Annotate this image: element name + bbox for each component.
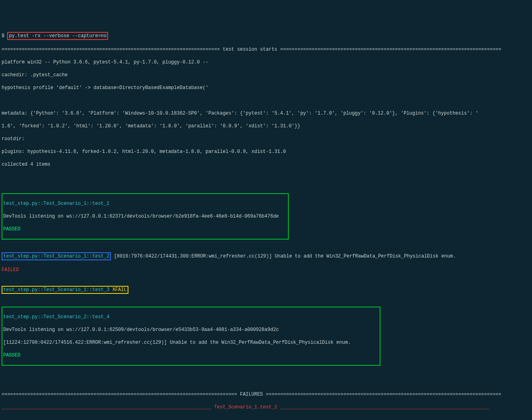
test-2-box: test_step.py::Test_Scenario_1::test_2 (2, 252, 111, 260)
test-1-id: test_step.py::Test_Scenario_1::test_1 (3, 200, 287, 207)
test-1-box: test_step.py::Test_Scenario_1::test_1 De… (2, 193, 289, 240)
command-line: $ py.test -rx --verbose --capture=no (2, 32, 530, 40)
test-4-status: PASSED (3, 352, 379, 359)
cachedir-line: cachedir: .pytest_cache (2, 72, 530, 78)
test-4-devtools: DevTools listening on ws://127.0.0.1:625… (3, 327, 379, 333)
test-2-status: FAILED (2, 267, 530, 273)
failure-name: ________________________________________… (2, 404, 530, 410)
collected-line: collected 4 items (2, 161, 530, 168)
platform-line: platform win32 -- Python 3.6.6, pytest-5… (2, 59, 530, 65)
test-4-box: test_step.py::Test_Scenario_2::test_4 De… (2, 307, 380, 366)
test-4-id: test_step.py::Test_Scenario_2::test_4 (3, 314, 379, 320)
terminal-output: $ py.test -rx --verbose --capture=no ===… (0, 26, 532, 420)
command-highlight-box: py.test -rx --verbose --capture=no (7, 32, 108, 40)
test-1-status: PASSED (3, 226, 287, 232)
test-3-box: test_step.py::Test_Scenario_1::test_3 XF… (2, 286, 128, 294)
session-header: ========================================… (2, 46, 530, 53)
test-2-line: test_step.py::Test_Scenario_1::test_2 [8… (2, 252, 530, 260)
metadata-line-2: 1.6', 'forked': '1.0.2', 'html': '1.20.0… (2, 123, 530, 129)
test-4-error: [11224:12708:0422/174516.422:ERROR:wmi_r… (3, 339, 379, 346)
rootdir-line: rootdir: (2, 136, 530, 142)
test-1-devtools: DevTools listening on ws://127.0.0.1:623… (3, 213, 287, 220)
metadata-line: metadata: {'Python': '3.6.6', 'Platform'… (2, 110, 530, 117)
plugins-line: plugins: hypothesis-4.11.6, forked-1.0.2… (2, 149, 530, 155)
hypothesis-line: hypothesis profile 'default' -> database… (2, 85, 530, 91)
failures-header: ========================================… (2, 391, 530, 398)
test-3-line: test_step.py::Test_Scenario_1::test_3 XF… (2, 286, 530, 294)
